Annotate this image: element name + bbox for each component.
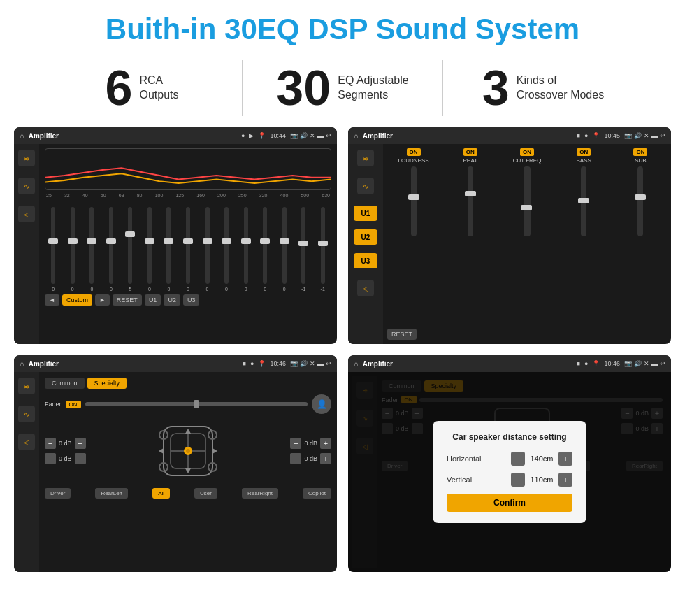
loudness-label: LOUDNESS (398, 157, 429, 164)
screen-dialog: ⌂ Amplifier ■ ● 📍 10:46 📷 🔊 ✕ ▬ ↩ ≋ ∿ ◁ (348, 355, 671, 572)
fader-on[interactable]: ON (66, 401, 81, 408)
horizontal-value-row: − 140cm + (511, 452, 572, 466)
screen-cs: ⌂ Amplifier ■ ● 📍 10:46 📷 🔊 ✕ ▬ ↩ ≋ ∿ ◁ (14, 355, 337, 572)
topbar-title-2: Amplifier (363, 132, 393, 140)
wave-icon[interactable]: ∿ (18, 178, 35, 194)
stat-number-eq: 30 (276, 64, 331, 113)
wave-icon-3[interactable]: ∿ (18, 406, 35, 422)
eq-icon-3[interactable]: ≋ (18, 378, 35, 394)
topbar-time-4: 10:46 (604, 360, 620, 367)
reset-btn[interactable]: RESET (113, 294, 142, 306)
u2-btn[interactable]: U2 (164, 294, 180, 306)
slider-col-12: 0 (257, 207, 274, 292)
right-vol-controls: − 0 dB + − 0 dB + (290, 438, 331, 464)
volume-icon: 🔊 (300, 132, 308, 139)
driver-btn[interactable]: Driver (45, 488, 71, 499)
tab-common[interactable]: Common (45, 378, 85, 389)
vol2-minus[interactable]: − (45, 453, 56, 464)
eq-sliders: 0 0 0 0 5 0 0 0 0 0 0 0 0 -1 -1 (45, 201, 331, 292)
vertical-plus-btn[interactable]: + (558, 473, 572, 487)
vertical-minus-btn[interactable]: − (511, 473, 525, 487)
eq-bottom-bar[interactable]: ◄ Custom ► RESET U1 U2 U3 (45, 294, 331, 306)
square-icon-3: ■ (243, 360, 246, 367)
custom-preset-btn[interactable]: Custom (62, 294, 92, 306)
vol2-value: 0 dB (59, 455, 72, 462)
bass-control: ON BASS (558, 148, 610, 236)
u1-btn[interactable]: U1 (145, 294, 161, 306)
phat-slider[interactable] (468, 166, 473, 236)
topbar-title-1: Amplifier (29, 132, 59, 140)
copilot-btn[interactable]: Copilot (303, 488, 331, 499)
user-btn[interactable]: User (194, 488, 217, 499)
vol1-minus[interactable]: − (45, 438, 56, 449)
topbar-icons-3: 📷 🔊 ✕ ▬ ↩ (290, 360, 331, 367)
bass-label: BASS (577, 157, 591, 164)
slider-col-11: 0 (237, 207, 254, 292)
u1-side-btn[interactable]: U1 (354, 206, 377, 221)
circle-icon-2: ● (584, 132, 588, 139)
wave-icon-2[interactable]: ∿ (357, 178, 374, 194)
stat-number-crossover: 3 (482, 64, 510, 113)
square-icon-4: ■ (577, 360, 580, 367)
u2-side-btn[interactable]: U2 (354, 229, 377, 245)
prev-btn[interactable]: ◄ (45, 294, 59, 306)
close-icon-2: ✕ (644, 132, 649, 139)
window-icon-4: ▬ (651, 360, 658, 367)
vol4-minus[interactable]: − (290, 453, 301, 464)
tab-specialty[interactable]: Specialty (87, 378, 127, 389)
camera-icon-4: 📷 (624, 360, 632, 367)
screen3-content: ≋ ∿ ◁ Common Specialty Fader ON 👤 (14, 372, 337, 572)
next-btn[interactable]: ► (95, 294, 110, 306)
side-icons-1: ≋ ∿ ◁ (14, 144, 39, 344)
speaker-icon[interactable]: ◁ (18, 206, 35, 222)
confirm-button[interactable]: Confirm (447, 494, 572, 512)
all-btn[interactable]: All (152, 488, 170, 499)
vol3-minus[interactable]: − (290, 438, 301, 449)
page-title: Buith-in 30EQ DSP Sound System (0, 0, 685, 53)
eq-icon-2[interactable]: ≋ (357, 150, 374, 166)
home-icon-3: ⌂ (20, 359, 24, 368)
bass-on[interactable]: ON (577, 148, 591, 156)
back-icon-3: ↩ (326, 360, 331, 367)
vertical-value-row: − 110cm + (511, 473, 572, 487)
topbar-time-3: 10:46 (270, 360, 286, 367)
topbar-1: ⌂ Amplifier ● ▶ 📍 10:44 📷 🔊 ✕ ▬ ↩ (14, 127, 337, 144)
loudness-on[interactable]: ON (407, 148, 421, 156)
vol2-plus[interactable]: + (75, 453, 86, 464)
u3-side-btn[interactable]: U3 (354, 253, 377, 268)
cutfreq-on[interactable]: ON (520, 148, 534, 156)
stat-number-rca: 6 (106, 64, 133, 113)
location-icon-4: 📍 (592, 360, 600, 367)
stats-row: 6 RCA Outputs 30 EQ Adjustable Segments … (0, 53, 685, 127)
window-icon-3: ▬ (317, 360, 324, 367)
sub-slider[interactable] (637, 166, 643, 236)
phat-on[interactable]: ON (463, 148, 477, 156)
horizontal-minus-btn[interactable]: − (511, 452, 525, 466)
dot-icon-2: ■ (577, 132, 580, 139)
vol3-value: 0 dB (304, 440, 317, 447)
slider-col-5: 5 (122, 207, 139, 292)
rearleft-btn[interactable]: RearLeft (95, 488, 128, 499)
u3-btn[interactable]: U3 (183, 294, 200, 306)
cutfreq-slider[interactable] (524, 166, 531, 236)
slider-col-7: 0 (160, 207, 178, 292)
vol1-plus[interactable]: + (75, 438, 86, 449)
vol4-plus[interactable]: + (320, 453, 331, 464)
svg-marker-10 (185, 429, 191, 434)
speaker-icon-2[interactable]: ◁ (357, 280, 374, 296)
eq-graph (45, 148, 331, 190)
amp-reset-btn[interactable]: RESET (387, 329, 417, 340)
rearright-btn[interactable]: RearRight (242, 488, 278, 499)
topbar-time-1: 10:44 (270, 132, 286, 139)
window-icon-2: ▬ (651, 132, 658, 139)
loudness-slider[interactable] (411, 166, 417, 236)
slider-col-1: 0 (45, 207, 62, 292)
vol3-plus[interactable]: + (320, 438, 331, 449)
eq-icon[interactable]: ≋ (18, 150, 35, 166)
slider-col-8: 0 (180, 207, 197, 292)
sub-on[interactable]: ON (633, 148, 647, 156)
horizontal-plus-btn[interactable]: + (558, 452, 572, 466)
topbar-title-4: Amplifier (363, 360, 393, 368)
speaker-icon-3[interactable]: ◁ (18, 434, 35, 450)
bass-slider[interactable] (581, 166, 586, 236)
